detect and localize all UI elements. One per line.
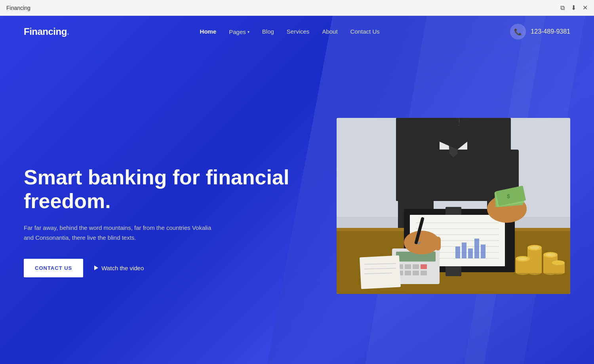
website-container: Financing. Home Pages ▾ Blog Services Ab… xyxy=(0,16,594,364)
svg-rect-34 xyxy=(427,235,433,250)
hero-image-container: $ xyxy=(324,118,570,318)
download-icon[interactable]: ⬇ xyxy=(571,4,576,11)
title-bar: Financing ⧉ ⬇ ✕ xyxy=(0,0,594,16)
phone-number: 123-489-9381 xyxy=(531,28,570,35)
hero-content: Smart banking for financial freedom. Far… xyxy=(24,158,324,277)
svg-text:$: $ xyxy=(507,193,510,199)
navbar: Financing. Home Pages ▾ Blog Services Ab… xyxy=(0,16,594,47)
window-controls: ⧉ ⬇ ✕ xyxy=(560,4,588,11)
svg-rect-35 xyxy=(435,237,441,250)
hero-buttons: CONTACT US Watch the video xyxy=(24,259,308,277)
svg-point-59 xyxy=(546,253,555,256)
watch-video-label: Watch the video xyxy=(101,265,144,271)
svg-rect-68 xyxy=(474,239,479,258)
logo-text: Financing xyxy=(24,26,67,37)
svg-rect-24 xyxy=(405,264,411,269)
svg-rect-28 xyxy=(405,271,411,275)
svg-rect-26 xyxy=(421,264,427,269)
nav-item-services[interactable]: Services xyxy=(287,28,310,35)
play-icon xyxy=(94,265,98,270)
nav-links: Home Pages ▾ Blog Services About Contact… xyxy=(200,28,380,35)
site-logo[interactable]: Financing. xyxy=(24,26,69,37)
window-title: Financing xyxy=(6,5,30,11)
hero-section: Smart banking for financial freedom. Far… xyxy=(0,47,594,364)
logo-dot: . xyxy=(67,26,69,37)
phone-icon-circle: 📞 xyxy=(510,24,526,40)
external-link-icon[interactable]: ⧉ xyxy=(560,4,565,11)
svg-rect-67 xyxy=(468,248,473,258)
nav-link-about[interactable]: About xyxy=(322,28,337,35)
nav-link-blog[interactable]: Blog xyxy=(262,28,274,35)
contact-us-button[interactable]: CONTACT US xyxy=(24,259,83,277)
finance-scene-svg: $ xyxy=(337,118,570,294)
nav-item-pages[interactable]: Pages ▾ xyxy=(229,28,249,35)
svg-rect-66 xyxy=(462,243,466,258)
phone-section: 📞 123-489-9381 xyxy=(510,24,570,40)
svg-rect-30 xyxy=(421,271,427,275)
hero-image-box: $ xyxy=(337,118,570,294)
svg-rect-65 xyxy=(455,246,460,258)
nav-item-contact[interactable]: Contact Us xyxy=(350,28,380,35)
svg-point-57 xyxy=(552,260,565,265)
phone-icon: 📞 xyxy=(514,28,522,36)
svg-rect-29 xyxy=(413,271,419,275)
svg-rect-25 xyxy=(413,264,419,269)
svg-rect-61 xyxy=(360,255,401,289)
nav-item-home[interactable]: Home xyxy=(200,28,217,35)
nav-item-blog[interactable]: Blog xyxy=(262,28,274,35)
nav-item-about[interactable]: About xyxy=(322,28,337,35)
svg-point-58 xyxy=(530,246,539,249)
close-icon[interactable]: ✕ xyxy=(583,4,588,11)
nav-link-services[interactable]: Services xyxy=(287,28,310,35)
hero-title: Smart banking for financial freedom. xyxy=(24,166,308,213)
svg-rect-53 xyxy=(516,260,530,273)
nav-link-pages[interactable]: Pages ▾ xyxy=(229,28,249,35)
watch-video-button[interactable]: Watch the video xyxy=(94,265,144,271)
hero-description: Far far away, behind the word mountains,… xyxy=(24,223,214,243)
svg-rect-69 xyxy=(481,245,485,258)
chevron-down-icon: ▾ xyxy=(248,30,249,34)
svg-point-60 xyxy=(518,257,527,260)
nav-link-home[interactable]: Home xyxy=(200,28,217,35)
nav-link-contact[interactable]: Contact Us xyxy=(350,28,380,35)
